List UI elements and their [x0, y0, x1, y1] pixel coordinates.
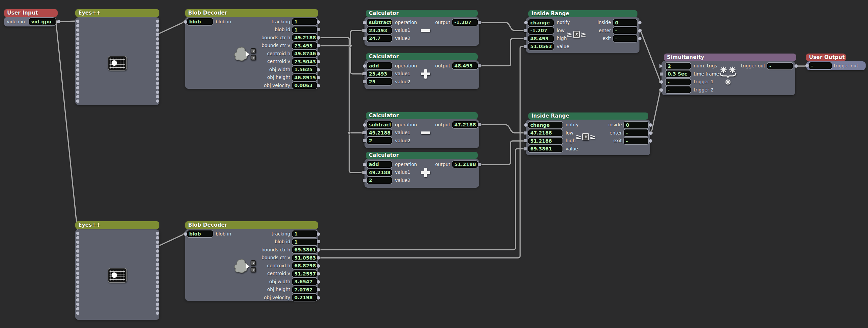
value1-value[interactable]: 49.2188 [367, 129, 392, 136]
port-in-value1[interactable] [363, 72, 366, 75]
blob-in-value[interactable]: blob [187, 230, 213, 237]
port-out-obj-width[interactable] [317, 280, 320, 284]
port-out-output[interactable] [478, 163, 481, 166]
enter-value[interactable]: - [613, 27, 637, 34]
wire-eyes-top-to-blob-top[interactable] [158, 22, 185, 34]
port-in-value2[interactable] [363, 139, 366, 142]
inside-value[interactable]: 0 [624, 122, 648, 128]
port-out-enter[interactable] [649, 131, 652, 135]
port-in-value1[interactable] [363, 131, 366, 134]
node-inside-range-top[interactable]: Inside Range ≥x≥ change notify inside 0 … [526, 10, 639, 53]
param-value[interactable]: 23.5043 [292, 58, 317, 65]
port-out-centroid-v[interactable] [317, 272, 320, 275]
port-out-bounds-ctr-h[interactable] [317, 36, 320, 40]
node-title[interactable]: Calculator [366, 112, 478, 119]
operation-value[interactable]: subtract [367, 121, 392, 128]
output-value[interactable]: 48.493 [452, 62, 478, 69]
value2-value[interactable]: 24.7 [367, 35, 392, 42]
port-trigger-in[interactable] [805, 64, 809, 67]
node-title[interactable]: User Input [4, 9, 58, 17]
port-out-tracking[interactable] [317, 232, 320, 236]
param-value[interactable]: 51.0563 [292, 254, 317, 261]
low-value[interactable]: -1.207 [528, 27, 554, 34]
value2-value[interactable]: 25 [367, 78, 392, 85]
notify-value[interactable]: change [528, 19, 554, 26]
node-title[interactable]: Inside Range [528, 10, 637, 17]
port-in-low[interactable] [524, 131, 527, 135]
operation-value[interactable]: subtract [367, 19, 392, 26]
param-value[interactable]: 68.8298 [292, 262, 317, 269]
port-in-num-trigs[interactable] [659, 64, 663, 68]
param-value[interactable]: 7.0762 [292, 286, 317, 293]
param-value[interactable]: 49.2188 [292, 34, 317, 41]
high-value[interactable]: 48.493 [528, 35, 554, 42]
video-in-value[interactable]: vid-gpu [29, 18, 56, 25]
port-out-centroid-h[interactable] [317, 264, 320, 268]
patch-canvas[interactable]: User Input video in vid-gpu Eyes++ Eyes+… [0, 0, 868, 328]
node-title[interactable]: Inside Range [528, 112, 648, 120]
port-in-operation[interactable] [363, 21, 366, 24]
exit-value[interactable]: - [613, 35, 637, 42]
port-out-output[interactable] [478, 21, 481, 24]
port-in-trigger-1[interactable] [660, 80, 663, 84]
param-value[interactable]: 1 [292, 26, 317, 33]
node-title[interactable]: Calculator [366, 152, 478, 159]
wire-eyes-bottom-to-blob-bottom[interactable] [158, 234, 185, 246]
node-eyes-top[interactable]: Eyes++ [75, 9, 159, 105]
enter-value[interactable]: - [624, 129, 648, 136]
port-in-value[interactable] [524, 147, 527, 150]
port-out-inside[interactable] [649, 123, 652, 127]
port-out-trigger-out[interactable] [794, 64, 798, 68]
param-value[interactable]: 1 [292, 239, 317, 245]
param-value[interactable]: 49.8746 [292, 50, 317, 57]
output-port-column[interactable] [156, 231, 159, 315]
inside-value[interactable]: 0 [613, 19, 637, 26]
input-port-column[interactable] [76, 231, 80, 315]
port-in-high[interactable] [524, 139, 527, 142]
wire-boundsctrh-to-calc4[interactable] [349, 133, 363, 172]
port-out-obj-velocity[interactable] [317, 84, 320, 87]
trigger-out-value[interactable]: - [767, 63, 793, 69]
high-value[interactable]: 51.2188 [528, 138, 563, 144]
port-out-centroid-h[interactable] [317, 52, 320, 56]
trigger-out-value[interactable]: - [809, 62, 832, 69]
value1-value[interactable]: 23.493 [367, 70, 392, 77]
port-out-inside[interactable] [638, 21, 642, 24]
blob-in-value[interactable]: blob [187, 18, 213, 25]
node-title[interactable]: Eyes++ [75, 9, 159, 17]
wire-range2-enter-to-trigger2[interactable] [651, 90, 660, 133]
node-user-input[interactable]: User Input video in vid-gpu [4, 9, 58, 26]
port-in-value1[interactable] [363, 171, 366, 174]
port-in-notify[interactable] [524, 123, 528, 127]
port-out-bounds-ctr-h[interactable] [317, 248, 320, 252]
node-calculator-1[interactable]: Calculator subtract operation output -1.… [364, 10, 479, 46]
node-blob-decoder-top[interactable]: Blob Decoder x x blob blob in tracking 1… [185, 9, 318, 89]
param-value[interactable]: 51.2557 [292, 270, 317, 277]
node-title[interactable]: Simultaneity [664, 54, 796, 61]
port-in-operation[interactable] [363, 163, 366, 166]
value-value[interactable]: 69.3861 [528, 145, 563, 152]
port-out-output[interactable] [478, 64, 481, 67]
value2-value[interactable]: 2 [367, 137, 392, 144]
wire-video-to-eyes-bottom[interactable] [56, 22, 78, 233]
port-in-operation[interactable] [363, 123, 366, 127]
wire-calc4-to-range2-high[interactable] [480, 141, 525, 164]
node-eyes-bottom[interactable]: Eyes++ [75, 221, 159, 320]
param-value[interactable]: 1 [292, 230, 317, 237]
port-blob-in[interactable] [184, 20, 187, 24]
time-frame-value[interactable]: 0.3 Sec [666, 70, 691, 77]
node-calculator-4[interactable]: Calculator add operation output 51.2188 … [364, 152, 479, 188]
wire-calc2-to-range1-high[interactable] [480, 39, 525, 66]
param-value[interactable]: 0.0063 [292, 82, 317, 89]
node-simultaneity[interactable]: Simultaneity 2 num. trigs trigger out - [662, 54, 795, 95]
port-out-obj-height[interactable] [317, 76, 320, 79]
node-calculator-3[interactable]: Calculator subtract operation output 47.… [364, 112, 479, 148]
port-in-trigger-2[interactable] [660, 88, 663, 92]
notify-value[interactable]: change [528, 122, 563, 128]
value1-value[interactable]: 49.2188 [367, 169, 392, 176]
num-trigs-value[interactable]: 2 [666, 63, 691, 69]
port-out-blob-id[interactable] [317, 240, 320, 243]
value1-value[interactable]: 23.493 [367, 27, 392, 34]
exit-value[interactable]: - [624, 138, 648, 144]
wire-calc3-to-range2-low[interactable] [480, 125, 525, 133]
